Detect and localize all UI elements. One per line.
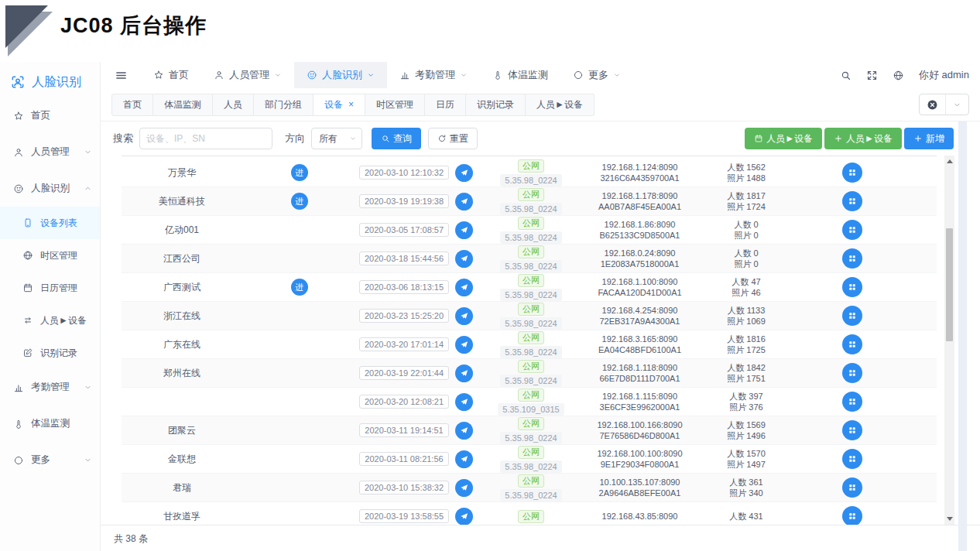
firmware-version: 5.35.98_0224 — [500, 346, 561, 358]
device-ip: 192.168.1.178:8090 — [586, 190, 694, 201]
direction-select[interactable]: 所有 — [311, 128, 362, 149]
language-icon[interactable] — [893, 70, 904, 81]
send-button[interactable] — [455, 508, 473, 525]
sidebar-item[interactable]: 考勤管理 — [0, 369, 100, 406]
globe-icon — [22, 250, 33, 261]
tab[interactable]: 时区管理 — [365, 94, 425, 116]
row-actions-button[interactable] — [842, 420, 862, 440]
send-button[interactable] — [455, 164, 473, 182]
tab[interactable]: 首页 — [111, 94, 153, 116]
refresh-icon — [437, 134, 447, 143]
row-actions-button[interactable] — [842, 449, 862, 469]
topnav-item[interactable]: 人脸识别 — [294, 62, 387, 88]
send-icon — [460, 398, 468, 406]
page-scroll-gutter[interactable] — [958, 121, 967, 551]
tab-close-icon[interactable]: × — [348, 99, 354, 110]
sidebar-item[interactable]: 识别记录 — [0, 337, 100, 369]
topnav-item-label: 体温监测 — [508, 68, 548, 82]
add-person-device-button[interactable]: 人员►设备 — [824, 128, 902, 149]
tab-label: 部门分组 — [265, 98, 302, 111]
send-button[interactable] — [455, 193, 473, 210]
row-actions-button[interactable] — [842, 306, 862, 326]
tab-options-dropdown[interactable] — [945, 94, 968, 115]
tab[interactable]: 日历 — [425, 94, 466, 116]
send-button[interactable] — [455, 393, 473, 411]
row-actions-button[interactable] — [842, 334, 862, 354]
query-button[interactable]: 查询 — [372, 128, 421, 149]
firmware-version: 5.35.98_0224 — [500, 289, 561, 301]
tab[interactable]: 部门分组 — [254, 94, 314, 116]
device-row: 广东在线 2020-03-20 17:01:14 公网 5.35.98_0224… — [122, 330, 937, 359]
sidebar-item[interactable]: 设备列表 — [0, 207, 100, 239]
brand: 人脸识别 — [0, 67, 100, 98]
send-button[interactable] — [455, 479, 473, 497]
sidebar-item-label: 人员管理 — [31, 145, 70, 159]
user-greeting[interactable]: 你好 admin — [919, 68, 969, 82]
tab[interactable]: 设备 × — [314, 94, 365, 116]
search-input[interactable] — [139, 128, 272, 149]
sidebar-item[interactable]: 更多 — [0, 442, 100, 478]
grid-icon — [848, 311, 857, 320]
send-button[interactable] — [455, 364, 473, 382]
tab[interactable]: 识别记录 — [466, 94, 526, 116]
send-button[interactable] — [455, 450, 473, 468]
device-name: 君瑞 — [122, 481, 242, 495]
row-actions-button[interactable] — [842, 506, 862, 525]
scrollbar-thumb[interactable] — [946, 228, 953, 341]
sidebar-item[interactable]: 日历管理 — [0, 272, 100, 304]
transfer-icon — [22, 315, 33, 326]
chevron-down-icon — [84, 383, 92, 392]
tab[interactable]: 人员 — [213, 94, 254, 116]
tab-label: 首页 — [123, 98, 142, 111]
sidebar-item[interactable]: 人脸识别 — [0, 170, 100, 207]
search-icon[interactable] — [840, 70, 852, 81]
scroll-down-arrow-icon[interactable] — [947, 517, 953, 521]
send-button[interactable] — [455, 250, 473, 268]
device-ip: 192.168.43.85:8090 — [586, 511, 694, 522]
tab[interactable]: 人员►设备 — [526, 94, 595, 116]
calendar-icon — [22, 282, 33, 293]
row-actions-button[interactable] — [842, 363, 862, 383]
scroll-up-arrow-icon[interactable] — [947, 159, 953, 163]
sidebar-item[interactable]: 人员管理 — [0, 134, 100, 170]
device-ip: 192.168.1.115:8090 — [586, 391, 694, 402]
heartbeat-time: 2020-03-05 17:08:57 — [359, 223, 449, 237]
fullscreen-icon[interactable] — [866, 70, 878, 81]
people-count: 人数 1133 — [694, 305, 799, 316]
sidebar-item[interactable]: 体温监测 — [0, 406, 100, 442]
topnav-item[interactable]: 人员管理 — [201, 62, 294, 88]
row-actions-button[interactable] — [842, 277, 862, 297]
topnav-item[interactable]: 体温监测 — [480, 62, 560, 88]
device-row: 郑州在线 2020-03-19 22:01:44 公网 5.35.98_0224… — [122, 359, 937, 388]
row-actions-button[interactable] — [842, 392, 862, 412]
reset-button[interactable]: 重置 — [428, 128, 478, 149]
add-device-button[interactable]: 新增 — [904, 128, 954, 149]
menu-toggle-icon[interactable] — [108, 62, 133, 88]
tab[interactable]: 体温监测 — [153, 94, 213, 116]
heartbeat-time: 2020-03-23 15:25:20 — [359, 309, 449, 323]
topnav-item[interactable]: 考勤管理 — [387, 62, 480, 88]
grid-icon — [848, 454, 857, 464]
send-button[interactable] — [455, 422, 473, 440]
sidebar-item[interactable]: 首页 — [0, 98, 100, 134]
send-button[interactable] — [455, 279, 473, 296]
sidebar-item[interactable]: 时区管理 — [0, 239, 100, 272]
person-device-list-button[interactable]: 人员►设备 — [745, 128, 822, 149]
topnav-item[interactable]: 首页 — [141, 62, 201, 88]
send-button[interactable] — [455, 336, 473, 354]
send-button[interactable] — [455, 307, 473, 325]
sidebar-item[interactable]: 人员►设备 — [0, 304, 100, 337]
table-scrollbar[interactable] — [944, 156, 954, 525]
row-actions-button[interactable] — [842, 477, 862, 498]
row-actions-button[interactable] — [842, 220, 862, 240]
device-table: 万景华 进 2020-03-10 12:10:32 公网 5.35.98_022… — [122, 156, 937, 525]
row-actions-button[interactable] — [842, 191, 862, 211]
close-all-tabs-button[interactable] — [920, 94, 945, 115]
send-icon — [460, 226, 468, 234]
send-button[interactable] — [455, 221, 473, 239]
network-badge: 公网 — [518, 274, 544, 287]
device-icon — [22, 217, 33, 228]
row-actions-button[interactable] — [842, 248, 862, 269]
topnav-item[interactable]: 更多 — [560, 62, 633, 88]
row-actions-button[interactable] — [842, 163, 862, 183]
